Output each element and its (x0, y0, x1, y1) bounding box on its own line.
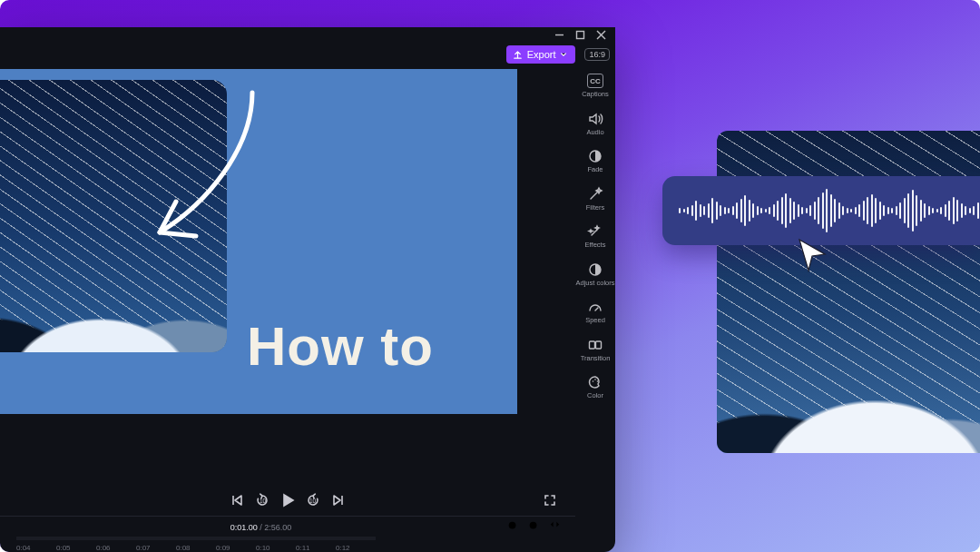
timeline-tick: 0:05 (56, 537, 96, 552)
svg-rect-1 (577, 31, 584, 38)
close-button[interactable] (596, 30, 606, 40)
arrow-annotation (143, 85, 279, 244)
contrast-icon (587, 261, 603, 278)
timeline-tick: 0:04 (16, 537, 56, 552)
timeline-tick: 0:06 (96, 537, 136, 552)
sparkle-icon (587, 223, 603, 240)
rail-label: Captions (582, 91, 609, 98)
cc-icon: CC (587, 73, 603, 89)
timeline-tick: 0:08 (176, 537, 216, 552)
rail-item-adjust-colors[interactable]: Adjust colors (576, 261, 615, 287)
svg-point-16 (594, 379, 596, 380)
rail-label: Speed (585, 317, 605, 324)
zoom-out-button[interactable] (528, 520, 540, 534)
svg-line-9 (536, 528, 539, 531)
rail-item-filters[interactable]: Filters (586, 186, 604, 212)
fullscreen-button[interactable] (543, 493, 557, 511)
rail-item-fade[interactable]: Fade (587, 148, 603, 173)
timeline-tick: 0:12 (336, 537, 376, 552)
play-button[interactable] (280, 493, 295, 511)
timeline-tick: 0:11 (296, 537, 336, 552)
svg-line-5 (515, 528, 518, 531)
preview-canvas[interactable]: How to (0, 69, 517, 414)
waveform-bars (679, 176, 980, 245)
timeline-tick: 0:10 (256, 537, 296, 552)
rail-item-transition[interactable]: Transition (581, 337, 611, 362)
svg-point-4 (509, 522, 516, 529)
rail-label: Effects (585, 242, 606, 249)
export-label: Export (527, 49, 556, 60)
zoom-fit-button[interactable] (549, 520, 561, 534)
cursor-pointer-icon (794, 236, 830, 272)
preview-overlay-text: How to (247, 315, 434, 378)
minimize-button[interactable] (554, 30, 564, 40)
playback-controls: 10 10 (0, 488, 575, 516)
forward-10-button[interactable]: 10 (306, 493, 320, 511)
svg-point-17 (597, 380, 599, 382)
prev-clip-button[interactable] (230, 493, 244, 511)
editor-topbar: Export 16:9 (0, 42, 615, 67)
rewind-10-button[interactable]: 10 (255, 493, 270, 511)
timeline-tick: 0:07 (136, 537, 176, 552)
rail-label: Filters (586, 204, 604, 212)
timeline: 0:01.00 / 2:56.00 0:040:050:060:070:080:… (0, 516, 575, 552)
rail-item-audio[interactable]: Audio (586, 111, 603, 136)
gauge-icon (587, 299, 603, 315)
timeline-tick: 0:09 (216, 537, 256, 552)
svg-point-15 (593, 380, 594, 382)
rail-item-speed[interactable]: Speed (585, 299, 605, 324)
timeline-ruler[interactable]: 0:040:050:060:070:080:090:100:110:12 (0, 537, 575, 552)
wand-icon (587, 186, 603, 202)
rail-label: Transition (581, 355, 611, 362)
svg-point-8 (530, 522, 537, 529)
editor-main: How to 10 10 (0, 67, 575, 552)
rail-item-effects[interactable]: Effects (585, 223, 606, 249)
aspect-ratio-badge[interactable]: 16:9 (584, 48, 610, 61)
window-titlebar (0, 27, 615, 42)
rail-label: Audio (586, 129, 603, 136)
zoom-in-button[interactable] (507, 520, 519, 534)
audio-waveform-chip[interactable] (662, 176, 980, 245)
right-tool-rail: CCCaptionsAudioFadeFiltersEffectsAdjust … (575, 67, 615, 552)
rail-label: Adjust colors (576, 280, 615, 287)
speaker-icon (587, 111, 603, 127)
rail-item-color[interactable]: Color (587, 374, 603, 399)
svg-rect-13 (590, 341, 595, 349)
cc-icon: CC (587, 74, 603, 88)
next-clip-button[interactable] (331, 493, 346, 511)
timecode: 0:01.00 / 2:56.00 (230, 523, 292, 532)
chevron-down-icon (562, 54, 566, 55)
palette-icon (587, 374, 603, 390)
fade-icon (587, 148, 603, 164)
svg-rect-14 (596, 341, 602, 349)
export-button[interactable]: Export (506, 45, 576, 64)
video-editor-window: Export 16:9 How to (0, 27, 615, 552)
rail-label: Fade (587, 166, 603, 173)
transition-icon (587, 337, 603, 353)
rail-item-captions[interactable]: CCCaptions (582, 73, 609, 98)
rail-label: Color (587, 392, 603, 399)
maximize-button[interactable] (575, 30, 585, 40)
